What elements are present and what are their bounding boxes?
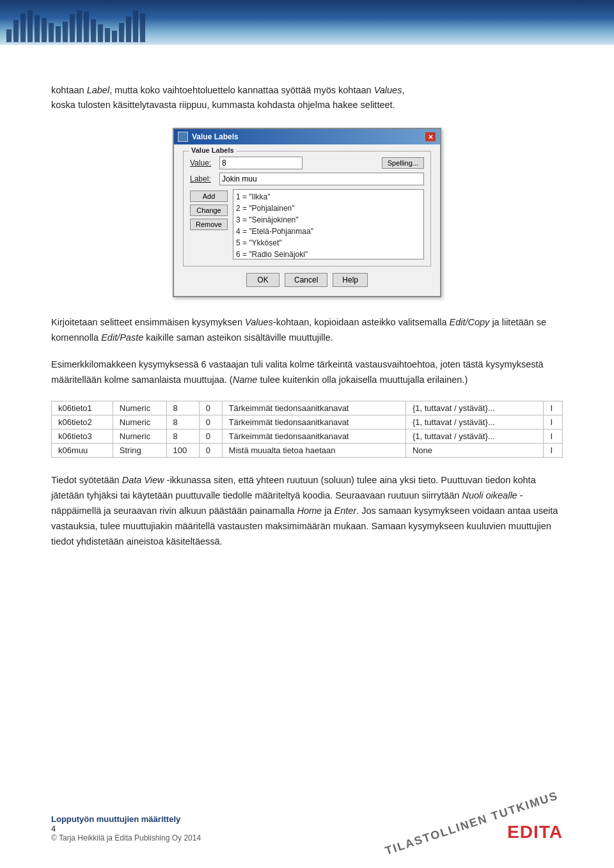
cell-width: 100 [166, 444, 199, 458]
value-labels-dialog: Value Labels ✕ Value Labels Value: Spell… [173, 128, 441, 297]
footer-left: Lopputyön muuttujien määrittely 4 © Tarj… [51, 814, 201, 842]
page-content: kohtaan Label, mutta koko vaihtoehtoluet… [0, 45, 614, 612]
dialog-middle: Add Change Remove 1 = "Ilkka" 2 = "Pohja… [190, 189, 424, 260]
list-item: 3 = "Seinäjokinen" [236, 214, 421, 226]
cell-flag: I [544, 430, 563, 444]
cell-values: {1, tuttavat / ystävät}... [405, 415, 544, 430]
table-row: k06tieto1 Numeric 8 0 Tärkeimmät tiedons… [52, 401, 563, 415]
cell-dec: 0 [199, 430, 222, 444]
dialog-titlebar: Value Labels ✕ [174, 129, 440, 144]
copyright-text: © Tarja Heikkilä ja Edita Publishing Oy … [51, 833, 201, 842]
cell-dec: 0 [199, 415, 222, 430]
cell-label: Tärkeimmät tiedonsaanitkanavat [222, 430, 405, 444]
intro-label1: Label [87, 85, 109, 95]
cell-type: Numeric [113, 430, 166, 444]
page-footer: Lopputyön muuttujien määrittely 4 © Tarj… [0, 802, 614, 842]
cell-values: {1, tuttavat / ystävät}... [405, 430, 544, 444]
cell-label: Tärkeimmät tiedonsaanitkanavat [222, 401, 405, 415]
list-item: 4 = "Etelä-Pohjanmaa" [236, 226, 421, 237]
label-input[interactable] [219, 173, 424, 185]
cell-flag: I [544, 444, 563, 458]
paragraph-3: Tiedot syötetään Data View -ikkunassa si… [51, 473, 563, 550]
add-button[interactable]: Add [190, 190, 228, 202]
cell-label: Tärkeimmät tiedonsaanitkanavat [222, 415, 405, 430]
cell-values: {1, tuttavat / ystävät}... [405, 401, 544, 415]
page-title: Lopputyön muuttujien määrittely [51, 814, 201, 824]
dialog-footer: OK Cancel Help [183, 273, 431, 287]
list-item: 1 = "Ilkka" [236, 191, 421, 203]
cell-varname: k06tieto1 [52, 401, 113, 415]
spelling-button[interactable]: Spelling... [382, 157, 424, 169]
paragraph-2: Esimerkkilomakkeen kysymyksessä 6 vastaa… [51, 357, 563, 388]
footer-logo: EDITA [507, 822, 563, 842]
cell-type: String [113, 444, 166, 458]
dialog-wrapper: Value Labels ✕ Value Labels Value: Spell… [51, 128, 563, 297]
value-list: 1 = "Ilkka" 2 = "Pohjalainen" 3 = "Seinä… [233, 189, 424, 260]
cell-width: 8 [166, 401, 199, 415]
dialog-app-icon [178, 132, 188, 142]
value-input[interactable] [219, 157, 303, 169]
cancel-button[interactable]: Cancel [285, 273, 327, 287]
cell-type: Numeric [113, 415, 166, 430]
cell-varname: k06muu [52, 444, 113, 458]
table-row: k06muu String 100 0 Mistä muualta tietoa… [52, 444, 563, 458]
page-number: 4 [51, 824, 201, 833]
value-row: Value: Spelling... [190, 157, 424, 169]
label-row: Label: [190, 173, 424, 185]
list-item: 5 = "Ykköset" [236, 237, 421, 249]
cell-varname: k06tieto3 [52, 430, 113, 444]
dialog-close-button[interactable]: ✕ [425, 132, 436, 142]
cell-dec: 0 [199, 444, 222, 458]
cell-flag: I [544, 415, 563, 430]
dialog-action-buttons: Add Change Remove [190, 189, 228, 260]
change-button[interactable]: Change [190, 205, 228, 216]
value-labels-group: Value Labels Value: Spelling... Label: [183, 151, 431, 267]
cell-width: 8 [166, 430, 199, 444]
dialog-title: Value Labels [192, 132, 239, 141]
header-bar [0, 0, 614, 45]
data-table: k06tieto1 Numeric 8 0 Tärkeimmät tiedons… [51, 401, 563, 458]
label-label: Label: [190, 174, 216, 183]
remove-button[interactable]: Remove [190, 219, 228, 230]
cell-varname: k06tieto2 [52, 415, 113, 430]
help-button[interactable]: Help [333, 273, 368, 287]
dialog-titlebar-left: Value Labels [178, 132, 239, 142]
paragraph-1: Kirjoitetaan selitteet ensimmäisen kysym… [51, 315, 563, 346]
cell-flag: I [544, 401, 563, 415]
intro-label2: Values [374, 85, 402, 95]
intro-paragraph: kohtaan Label, mutta koko vaihtoehtoluet… [51, 83, 563, 112]
group-label: Value Labels [189, 146, 237, 154]
list-item: 2 = "Pohjalainen" [236, 203, 421, 214]
value-label: Value: [190, 159, 216, 167]
cell-type: Numeric [113, 401, 166, 415]
list-item: 6 = "Radio Seinäjoki" [236, 249, 421, 260]
footer-right: TILASTOLLINEN TUTKIMUS EDITA [381, 802, 563, 842]
dialog-body: Value Labels Value: Spelling... Label: [174, 144, 440, 296]
table-row: k06tieto3 Numeric 8 0 Tärkeimmät tiedons… [52, 430, 563, 444]
cell-width: 8 [166, 415, 199, 430]
cell-values: None [405, 444, 544, 458]
cell-label: Mistä muualta tietoa haetaan [222, 444, 405, 458]
cell-dec: 0 [199, 401, 222, 415]
header-chart [6, 7, 145, 42]
ok-button[interactable]: OK [246, 273, 279, 287]
table-row: k06tieto2 Numeric 8 0 Tärkeimmät tiedons… [52, 415, 563, 430]
